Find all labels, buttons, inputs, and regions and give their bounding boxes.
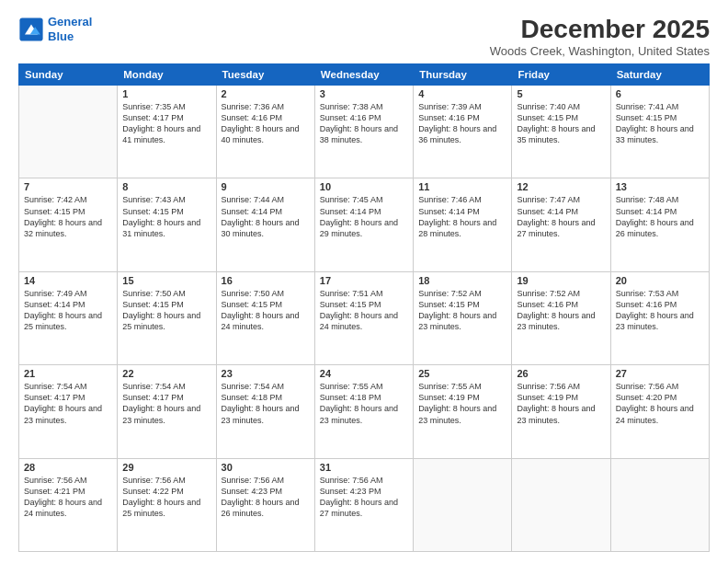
cell-info: Sunrise: 7:56 AMSunset: 4:23 PMDaylight:… [222, 475, 310, 520]
location: Woods Creek, Washington, United States [490, 44, 710, 58]
day-number: 3 [320, 88, 408, 99]
calendar-cell: 3 Sunrise: 7:38 AMSunset: 4:16 PMDayligh… [314, 86, 413, 178]
day-number: 17 [320, 275, 408, 286]
day-number: 15 [122, 275, 210, 286]
cell-info: Sunrise: 7:56 AMSunset: 4:19 PMDaylight:… [517, 381, 605, 426]
day-number: 23 [222, 368, 310, 379]
cell-info: Sunrise: 7:41 AMSunset: 4:15 PMDaylight:… [616, 101, 704, 146]
calendar-cell: 23 Sunrise: 7:54 AMSunset: 4:18 PMDaylig… [216, 365, 314, 458]
day-number: 8 [122, 181, 210, 192]
calendar-cell: 30 Sunrise: 7:56 AMSunset: 4:23 PMDaylig… [216, 458, 314, 551]
calendar-cell: 17 Sunrise: 7:51 AMSunset: 4:15 PMDaylig… [314, 271, 413, 364]
calendar-cell: 13 Sunrise: 7:48 AMSunset: 4:14 PMDaylig… [610, 178, 709, 271]
cell-info: Sunrise: 7:35 AMSunset: 4:17 PMDaylight:… [122, 101, 210, 146]
calendar-cell: 6 Sunrise: 7:41 AMSunset: 4:15 PMDayligh… [610, 86, 709, 178]
day-number: 13 [616, 181, 704, 192]
calendar-cell: 21 Sunrise: 7:54 AMSunset: 4:17 PMDaylig… [19, 365, 118, 458]
calendar-cell [512, 458, 610, 551]
header-friday: Friday [512, 64, 610, 86]
calendar-cell: 22 Sunrise: 7:54 AMSunset: 4:17 PMDaylig… [118, 365, 216, 458]
day-number: 4 [418, 88, 506, 99]
cell-info: Sunrise: 7:50 AMSunset: 4:15 PMDaylight:… [122, 288, 210, 333]
calendar-cell: 27 Sunrise: 7:56 AMSunset: 4:20 PMDaylig… [610, 365, 709, 458]
calendar-cell: 9 Sunrise: 7:44 AMSunset: 4:14 PMDayligh… [216, 178, 314, 271]
cell-info: Sunrise: 7:48 AMSunset: 4:14 PMDaylight:… [616, 194, 704, 239]
calendar-cell: 31 Sunrise: 7:56 AMSunset: 4:23 PMDaylig… [314, 458, 413, 551]
calendar-week-2: 7 Sunrise: 7:42 AMSunset: 4:15 PMDayligh… [19, 178, 710, 271]
cell-info: Sunrise: 7:43 AMSunset: 4:15 PMDaylight:… [122, 194, 210, 239]
calendar-cell: 4 Sunrise: 7:39 AMSunset: 4:16 PMDayligh… [414, 86, 512, 178]
cell-info: Sunrise: 7:38 AMSunset: 4:16 PMDaylight:… [320, 101, 408, 146]
header-thursday: Thursday [414, 64, 512, 86]
page: General Blue December 2025 Woods Creek, … [0, 0, 728, 563]
calendar-cell: 25 Sunrise: 7:55 AMSunset: 4:19 PMDaylig… [414, 365, 512, 458]
calendar-cell: 29 Sunrise: 7:56 AMSunset: 4:22 PMDaylig… [118, 458, 216, 551]
calendar-cell: 14 Sunrise: 7:49 AMSunset: 4:14 PMDaylig… [19, 271, 118, 364]
cell-info: Sunrise: 7:56 AMSunset: 4:22 PMDaylight:… [122, 475, 210, 520]
logo-line1: General [48, 15, 92, 29]
day-number: 28 [24, 462, 112, 473]
day-number: 30 [222, 462, 310, 473]
cell-info: Sunrise: 7:52 AMSunset: 4:16 PMDaylight:… [517, 288, 605, 333]
day-number: 31 [320, 462, 408, 473]
cell-info: Sunrise: 7:45 AMSunset: 4:14 PMDaylight:… [320, 194, 408, 239]
header-sunday: Sunday [19, 64, 118, 86]
calendar-cell: 16 Sunrise: 7:50 AMSunset: 4:15 PMDaylig… [216, 271, 314, 364]
day-number: 2 [222, 88, 310, 99]
day-number: 16 [222, 275, 310, 286]
cell-info: Sunrise: 7:53 AMSunset: 4:16 PMDaylight:… [616, 288, 704, 333]
cell-info: Sunrise: 7:42 AMSunset: 4:15 PMDaylight:… [24, 194, 112, 239]
calendar-cell: 24 Sunrise: 7:55 AMSunset: 4:18 PMDaylig… [314, 365, 413, 458]
header-monday: Monday [118, 64, 216, 86]
calendar-cell: 12 Sunrise: 7:47 AMSunset: 4:14 PMDaylig… [512, 178, 610, 271]
logo-text: General Blue [48, 15, 92, 43]
calendar-cell: 20 Sunrise: 7:53 AMSunset: 4:16 PMDaylig… [610, 271, 709, 364]
cell-info: Sunrise: 7:54 AMSunset: 4:18 PMDaylight:… [222, 381, 310, 426]
calendar-cell: 28 Sunrise: 7:56 AMSunset: 4:21 PMDaylig… [19, 458, 118, 551]
header: General Blue December 2025 Woods Creek, … [18, 15, 710, 58]
day-number: 21 [24, 368, 112, 379]
cell-info: Sunrise: 7:49 AMSunset: 4:14 PMDaylight:… [24, 288, 112, 333]
calendar-cell [610, 458, 709, 551]
cell-info: Sunrise: 7:40 AMSunset: 4:15 PMDaylight:… [517, 101, 605, 146]
calendar-cell [414, 458, 512, 551]
day-number: 25 [418, 368, 506, 379]
day-number: 18 [418, 275, 506, 286]
day-number: 7 [24, 181, 112, 192]
day-number: 14 [24, 275, 112, 286]
header-wednesday: Wednesday [314, 64, 413, 86]
calendar-cell: 1 Sunrise: 7:35 AMSunset: 4:17 PMDayligh… [118, 86, 216, 178]
logo-line2: Blue [48, 29, 74, 43]
day-number: 5 [517, 88, 605, 99]
calendar-cell: 7 Sunrise: 7:42 AMSunset: 4:15 PMDayligh… [19, 178, 118, 271]
calendar-week-1: 1 Sunrise: 7:35 AMSunset: 4:17 PMDayligh… [19, 86, 710, 178]
day-number: 22 [122, 368, 210, 379]
calendar-cell: 18 Sunrise: 7:52 AMSunset: 4:15 PMDaylig… [414, 271, 512, 364]
calendar-cell: 11 Sunrise: 7:46 AMSunset: 4:14 PMDaylig… [414, 178, 512, 271]
cell-info: Sunrise: 7:54 AMSunset: 4:17 PMDaylight:… [24, 381, 112, 426]
calendar-cell [19, 86, 118, 178]
calendar-cell: 2 Sunrise: 7:36 AMSunset: 4:16 PMDayligh… [216, 86, 314, 178]
calendar-week-5: 28 Sunrise: 7:56 AMSunset: 4:21 PMDaylig… [19, 458, 710, 551]
day-number: 27 [616, 368, 704, 379]
calendar-cell: 10 Sunrise: 7:45 AMSunset: 4:14 PMDaylig… [314, 178, 413, 271]
day-number: 6 [616, 88, 704, 99]
cell-info: Sunrise: 7:56 AMSunset: 4:21 PMDaylight:… [24, 475, 112, 520]
cell-info: Sunrise: 7:44 AMSunset: 4:14 PMDaylight:… [222, 194, 310, 239]
header-tuesday: Tuesday [216, 64, 314, 86]
calendar: Sunday Monday Tuesday Wednesday Thursday… [18, 63, 710, 552]
cell-info: Sunrise: 7:50 AMSunset: 4:15 PMDaylight:… [222, 288, 310, 333]
calendar-cell: 19 Sunrise: 7:52 AMSunset: 4:16 PMDaylig… [512, 271, 610, 364]
cell-info: Sunrise: 7:51 AMSunset: 4:15 PMDaylight:… [320, 288, 408, 333]
day-number: 1 [122, 88, 210, 99]
day-number: 26 [517, 368, 605, 379]
logo-icon [18, 17, 44, 42]
cell-info: Sunrise: 7:56 AMSunset: 4:23 PMDaylight:… [320, 475, 408, 520]
cell-info: Sunrise: 7:47 AMSunset: 4:14 PMDaylight:… [517, 194, 605, 239]
cell-info: Sunrise: 7:39 AMSunset: 4:16 PMDaylight:… [418, 101, 506, 146]
calendar-week-4: 21 Sunrise: 7:54 AMSunset: 4:17 PMDaylig… [19, 365, 710, 458]
cell-info: Sunrise: 7:36 AMSunset: 4:16 PMDaylight:… [222, 101, 310, 146]
calendar-cell: 26 Sunrise: 7:56 AMSunset: 4:19 PMDaylig… [512, 365, 610, 458]
cell-info: Sunrise: 7:52 AMSunset: 4:15 PMDaylight:… [418, 288, 506, 333]
day-number: 12 [517, 181, 605, 192]
